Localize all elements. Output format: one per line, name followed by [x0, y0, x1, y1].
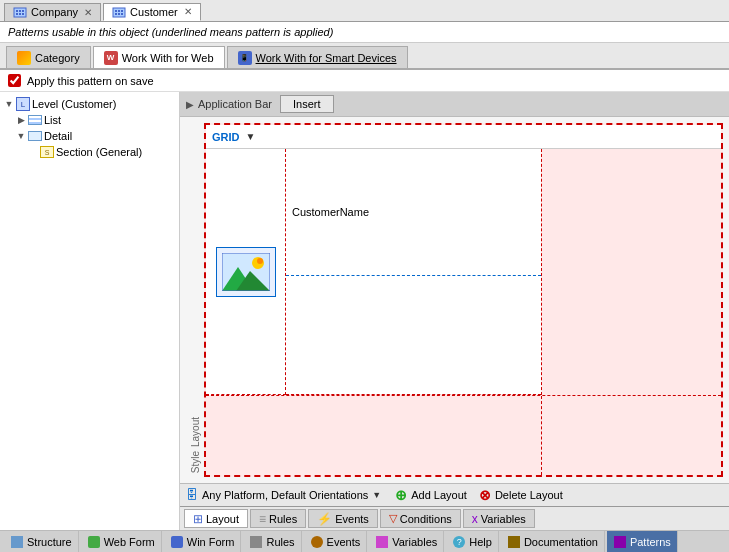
pattern-tab-smart-devices-label: Work With for Smart Devices [256, 52, 397, 64]
list-icon [28, 113, 42, 127]
status-help[interactable]: ? Help [446, 531, 499, 552]
events-status-icon [310, 535, 324, 549]
rules-status-icon [249, 535, 263, 549]
workwith-web-icon: W [104, 51, 118, 65]
status-patterns[interactable]: Patterns [607, 531, 678, 552]
tab-company[interactable]: Company ✕ [4, 3, 101, 21]
tree-item-level-label: Level (Customer) [32, 98, 116, 110]
svg-rect-6 [22, 13, 24, 15]
status-variables[interactable]: Variables [369, 531, 444, 552]
platform-dropdown-icon[interactable]: ▼ [372, 490, 381, 500]
variables-status-icon [375, 535, 389, 549]
status-documentation[interactable]: Documentation [501, 531, 605, 552]
app-bar: ▶ Application Bar Insert [180, 92, 729, 117]
pattern-tab-smart-devices[interactable]: 📱 Work With for Smart Devices [227, 46, 408, 68]
status-winform[interactable]: Win Form [164, 531, 242, 552]
svg-rect-1 [16, 10, 18, 12]
level-icon: L [16, 97, 30, 111]
docs-status-icon [507, 535, 521, 549]
tree-expand-list[interactable]: ▶ [16, 115, 26, 125]
insert-button[interactable]: Insert [280, 95, 334, 113]
delete-layout-label[interactable]: Delete Layout [495, 489, 563, 501]
tab-company-close[interactable]: ✕ [84, 7, 92, 18]
add-layout-icon: ⊕ [395, 487, 407, 503]
tree-item-section-label: Section (General) [56, 146, 142, 158]
canvas-area: Style Layout GRID ▼ [180, 117, 729, 483]
status-winform-label: Win Form [187, 536, 235, 548]
patterns-description: Patterns usable in this object (underlin… [8, 26, 333, 38]
main-content: ▼ L Level (Customer) ▶ List ▼ Detail S [0, 92, 729, 530]
status-structure[interactable]: Structure [4, 531, 79, 552]
svg-rect-4 [16, 13, 18, 15]
webform-status-icon [87, 535, 101, 549]
app-bar-arrow-icon: ▶ [186, 99, 194, 110]
platform-label: Any Platform, Default Orientations [202, 489, 368, 501]
tab-customer[interactable]: Customer ✕ [103, 3, 201, 21]
grid-bottom-left [206, 396, 541, 475]
side-labels: Style Layout GRID ▼ [186, 123, 723, 477]
tab-customer-label: Customer [130, 6, 178, 18]
status-documentation-label: Documentation [524, 536, 598, 548]
svg-rect-10 [121, 10, 123, 12]
status-webform[interactable]: Web Form [81, 531, 162, 552]
tree-item-section[interactable]: S Section (General) [0, 144, 179, 160]
add-layout-label[interactable]: Add Layout [411, 489, 467, 501]
svg-rect-13 [121, 13, 123, 15]
status-events[interactable]: Events [304, 531, 368, 552]
rotated-labels: Style Layout [186, 123, 204, 477]
patterns-header: Patterns usable in this object (underlin… [0, 22, 729, 43]
customer-tab-icon [112, 5, 126, 19]
status-rules-label: Rules [266, 536, 294, 548]
pattern-tab-category[interactable]: Category [6, 46, 91, 68]
tab-customer-close[interactable]: ✕ [184, 6, 192, 17]
bottom-tab-conditions[interactable]: ▽ Conditions [380, 509, 461, 528]
smart-device-icon: 📱 [238, 51, 252, 65]
design-panel: ▶ Application Bar Insert Style Layout GR… [180, 92, 729, 530]
bottom-tab-rules[interactable]: ≡ Rules [250, 509, 306, 528]
top-tab-bar: Company ✕ Customer ✕ [0, 0, 729, 22]
app-bar-label: ▶ Application Bar [186, 98, 272, 110]
tree-item-list[interactable]: ▶ List [0, 112, 179, 128]
tree-expand-section [28, 147, 38, 157]
bottom-tab-events-label: Events [335, 513, 369, 525]
grid-dropdown-arrow-icon[interactable]: ▼ [246, 131, 256, 142]
tree-item-detail[interactable]: ▼ Detail [0, 128, 179, 144]
pattern-tab-workwith-web[interactable]: W Work With for Web [93, 46, 225, 68]
customer-name-field: CustomerName [292, 206, 369, 218]
patterns-status-icon [613, 535, 627, 549]
tree-item-level[interactable]: ▼ L Level (Customer) [0, 96, 179, 112]
grid-far-right-area [541, 149, 721, 395]
svg-rect-7 [113, 8, 125, 17]
grid-canvas: GRID ▼ [204, 123, 723, 477]
apply-checkbox-label: Apply this pattern on save [27, 75, 154, 87]
bottom-tab-variables-label: Variables [481, 513, 526, 525]
tree-expand-level[interactable]: ▼ [4, 99, 14, 109]
winform-status-icon [170, 535, 184, 549]
grid-cell-bottom [286, 276, 541, 394]
delete-layout-icon: ⊗ [479, 487, 491, 503]
bottom-tab-variables[interactable]: x Variables [463, 509, 535, 528]
status-rules[interactable]: Rules [243, 531, 301, 552]
conditions-tab-icon: ▽ [389, 512, 397, 525]
grid-bottom-row [206, 395, 721, 475]
bottom-tab-events[interactable]: ⚡ Events [308, 509, 378, 528]
status-bar: Structure Web Form Win Form Rules Events… [0, 530, 729, 552]
tree-expand-detail[interactable]: ▼ [16, 131, 26, 141]
bottom-tabs: ⊞ Layout ≡ Rules ⚡ Events ▽ Conditions x… [180, 506, 729, 530]
image-placeholder [216, 247, 276, 297]
help-status-icon: ? [452, 535, 466, 549]
grid-label: GRID [212, 131, 240, 143]
svg-point-18 [257, 258, 263, 264]
platform-db-icon: 🗄 [186, 488, 198, 502]
grid-header: GRID ▼ [206, 125, 721, 149]
svg-rect-5 [19, 13, 21, 15]
apply-checkbox-row: Apply this pattern on save [0, 70, 729, 92]
company-tab-icon [13, 5, 27, 19]
section-icon: S [40, 145, 54, 159]
grid-image-cell [206, 149, 286, 395]
events-tab-icon: ⚡ [317, 512, 332, 526]
bottom-tab-layout[interactable]: ⊞ Layout [184, 509, 248, 528]
layout-toolbar: 🗄 Any Platform, Default Orientations ▼ ⊕… [180, 483, 729, 506]
apply-checkbox[interactable] [8, 74, 21, 87]
status-help-label: Help [469, 536, 492, 548]
